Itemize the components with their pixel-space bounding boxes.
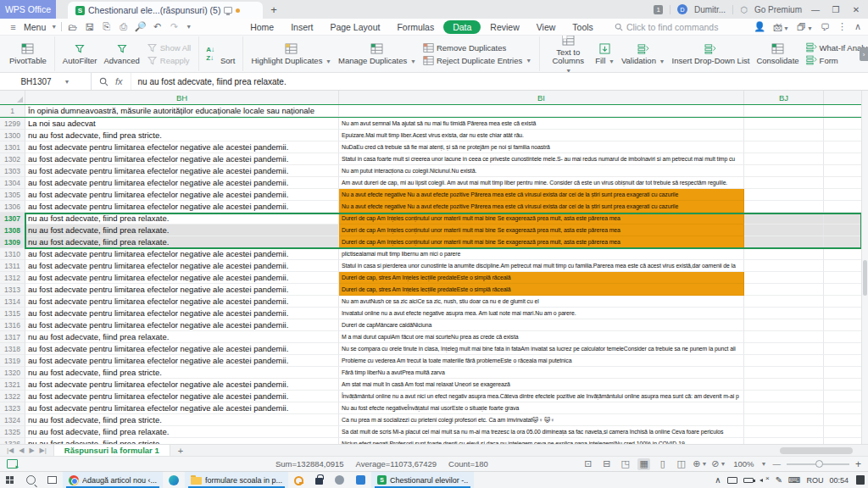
first-sheet-icon[interactable]: |◀ — [7, 446, 14, 454]
row-header-1305[interactable]: 1305 — [0, 189, 25, 201]
cell-BI1306[interactable]: Nu a avut efecte negative Nu a avut efec… — [339, 201, 744, 213]
cell-BI1316[interactable]: Dureri de capMâncare caldăNiciuna — [339, 319, 744, 331]
row-header-1299[interactable]: 1299 — [0, 118, 25, 130]
row-header-1320[interactable]: 1320 — [0, 367, 25, 379]
sort-asc-desc-icons[interactable]: A↓Z↓ — [203, 47, 217, 62]
cell-BJ1326[interactable] — [744, 438, 824, 444]
window-count-badge[interactable]: 1 — [654, 5, 662, 14]
cell-BJ1299[interactable] — [744, 118, 824, 130]
cell-BH1300[interactable]: nu au fost adecvate, fiind prea stricte. — [25, 130, 339, 141]
taskbar-wps-window[interactable]: S Chestionarul elevilor -... — [371, 472, 474, 488]
insert-drop-down-list-button[interactable]: Insert Drop-Down List — [669, 42, 754, 65]
cell-BI1320[interactable]: Fără timp liberNu a avutPrea multă zarva — [339, 367, 744, 379]
cell-BJ1304[interactable] — [744, 177, 824, 189]
tab-view[interactable]: View — [529, 21, 564, 33]
cell-BI1301[interactable]: NuDaEu cred că trebuie să fie mai atenți… — [339, 141, 744, 153]
zoom-out-button[interactable]: — — [772, 459, 781, 469]
more-options-icon[interactable]: ⋮ — [837, 21, 847, 32]
cell-BI1300[interactable]: Epuizare.Mai mult timp liber.Acest virus… — [339, 130, 744, 141]
sheet-status-icon[interactable] — [7, 459, 18, 469]
cell-BI1321[interactable]: Am stat mai mult în casă Am fost mai rel… — [339, 379, 744, 391]
cell-BH1316[interactable]: au fost adecvate pentru limitarea efecte… — [25, 319, 339, 331]
formula-input[interactable]: nu au fost adecvate, fiind prea relaxate… — [131, 73, 868, 90]
tab-home[interactable]: Home — [242, 21, 281, 33]
task-view-button[interactable] — [42, 472, 63, 488]
what-if-analysis-button[interactable]: What-If Analysis — [806, 42, 868, 53]
tablet-icon[interactable] — [727, 477, 737, 484]
wps-office-button[interactable]: WPS Office — [0, 0, 56, 19]
autofilter-button[interactable]: AutoFilter — [59, 42, 101, 65]
hamburger-icon[interactable]: ≡ — [7, 22, 19, 32]
row-header-1302[interactable]: 1302 — [0, 153, 25, 165]
tab-page-layout[interactable]: Page Layout — [322, 21, 387, 33]
battery-icon[interactable] — [743, 478, 754, 483]
taskbar-search-button[interactable] — [20, 472, 42, 488]
cell-BJ1303[interactable] — [744, 165, 824, 177]
go-premium-button[interactable]: Go Premium — [754, 5, 802, 14]
notification-center-icon[interactable] — [856, 475, 865, 485]
language-indicator[interactable]: ROU — [806, 476, 823, 485]
row-header-1308[interactable]: 1308 — [0, 225, 25, 236]
fullscreen-icon[interactable]: ◳ — [619, 458, 632, 470]
row-header-1315[interactable]: 1315 — [0, 308, 25, 319]
remove-duplicates-button[interactable]: Remove Duplicates — [423, 42, 531, 53]
cell-BJ1[interactable] — [744, 105, 824, 117]
row-header-1314[interactable]: 1314 — [0, 296, 25, 308]
cell-BI1308[interactable]: Dureri de cap Am înțeles conținutul unor… — [339, 225, 744, 236]
custom-view-icon[interactable]: ⊕▼ — [693, 458, 706, 470]
horizontal-scrollbar-thumb[interactable] — [780, 447, 853, 454]
sheet-tab-active[interactable]: Răspunsuri la formular 1 — [53, 445, 170, 456]
cell-BI1302[interactable]: Statul in casa foarte mult si creerea un… — [339, 153, 744, 165]
cell-BH1306[interactable]: au fost adecvate pentru limitarea efecte… — [25, 201, 339, 213]
cell-BJ1325[interactable] — [744, 426, 824, 438]
minimize-button[interactable]: — — [809, 5, 822, 14]
print-icon[interactable]: ⎙ — [117, 21, 130, 32]
insert-function-icon[interactable]: fx — [115, 76, 123, 86]
cell-BI1315[interactable]: Invatatul online nu a avut efecte negati… — [339, 308, 744, 319]
cell-BH1313[interactable]: au fost adecvate pentru limitarea efecte… — [25, 284, 339, 296]
cell-BI1299[interactable]: Nu am avut semnal Ma ajutat să nu mai fi… — [339, 118, 744, 130]
cell-BH1311[interactable]: au fost adecvate pentru limitarea efecte… — [25, 260, 339, 272]
cell-BH1308[interactable]: nu au fost adecvate, fiind prea relaxate… — [25, 225, 339, 236]
zoom-slider-knob[interactable] — [815, 460, 823, 468]
pen-icon[interactable]: ✎ — [776, 475, 782, 485]
cell-BJ1300[interactable] — [744, 130, 824, 141]
taskbar-folder-window[interactable]: formulare scoala in p... — [185, 472, 288, 488]
taskbar-lock-app-button[interactable] — [309, 472, 329, 488]
cell-BH1[interactable]: În opinia dumneavoastră, măsurile autori… — [25, 105, 339, 117]
menu-button[interactable]: Menu — [24, 22, 46, 32]
cell-BJ1311[interactable] — [744, 260, 824, 272]
row-header-1319[interactable]: 1319 — [0, 355, 25, 367]
pivottable-button[interactable]: PivotTable — [6, 42, 50, 65]
tab-insert[interactable]: Insert — [283, 21, 320, 33]
ribbon-expand-icon[interactable]: › — [860, 47, 868, 61]
row-header-1300[interactable]: 1300 — [0, 130, 25, 141]
row-header-1[interactable]: 1 — [0, 105, 25, 117]
tab-tools[interactable]: Tools — [565, 21, 601, 33]
cell-BJ1317[interactable] — [744, 331, 824, 343]
comment-icon[interactable]: 🗩 — [821, 22, 830, 32]
cell-BJ1309[interactable] — [744, 236, 824, 248]
consolidate-button[interactable]: Consolidate — [753, 42, 802, 65]
cell-BI1307[interactable]: Dureri de cap Am înțeles conținutul unor… — [339, 213, 744, 225]
row-header-1313[interactable]: 1313 — [0, 284, 25, 296]
row-header-1317[interactable]: 1317 — [0, 331, 25, 343]
redo-icon[interactable]: ↷ — [168, 21, 181, 32]
cell-BH1302[interactable]: au fost adecvate pentru limitarea efecte… — [25, 153, 339, 165]
tray-expand-icon[interactable]: ∧ — [715, 475, 721, 485]
cell-BJ1321[interactable] — [744, 379, 824, 391]
open-icon[interactable]: 🗁 — [66, 22, 79, 32]
form-button[interactable]: Form — [806, 55, 868, 65]
cell-BJ1322[interactable] — [744, 391, 824, 402]
cell-BH1307[interactable]: nu au fost adecvate, fiind prea relaxate… — [25, 213, 339, 225]
taskbar-edge-button[interactable] — [163, 472, 185, 488]
cell-BH1309[interactable]: nu au fost adecvate, fiind prea relaxate… — [25, 236, 339, 248]
page-break-view-icon[interactable]: ◫ — [675, 458, 687, 470]
hide-view-icon[interactable]: ⊘▼ — [712, 458, 725, 470]
add-sheet-button[interactable]: + — [170, 446, 191, 456]
cell-BI1324[interactable]: Ca nu prea m ai socializezi cu prieteni … — [339, 414, 744, 426]
cell-BH1305[interactable]: au fost adecvate pentru limitarea efecte… — [25, 189, 339, 201]
cell-BI1[interactable] — [339, 105, 744, 117]
column-header-bj[interactable]: BJ — [744, 91, 824, 104]
manage-duplicates-button[interactable]: Manage Duplicates ▼ — [335, 42, 420, 65]
